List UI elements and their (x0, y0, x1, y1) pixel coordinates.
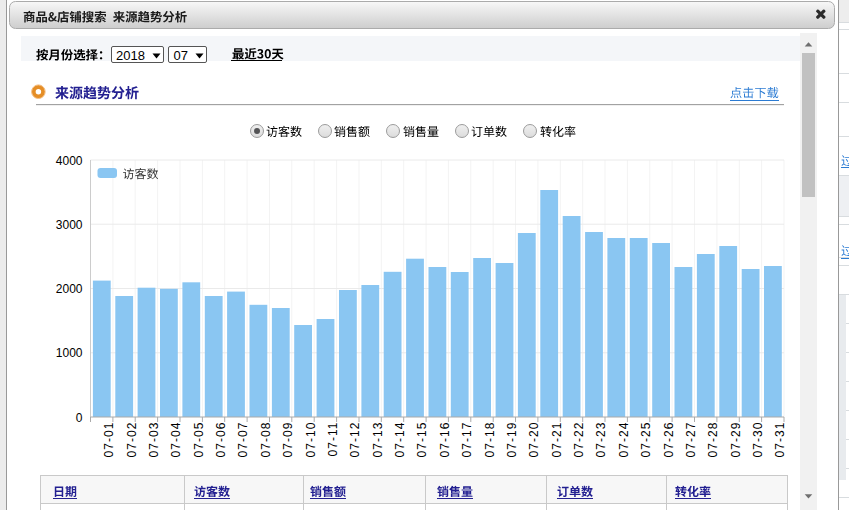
svg-text:07-31: 07-31 (773, 422, 787, 458)
svg-text:07-17: 07-17 (460, 422, 474, 458)
svg-text:07-13: 07-13 (371, 422, 385, 458)
svg-text:07-30: 07-30 (751, 422, 765, 458)
svg-text:2000: 2000 (56, 282, 83, 296)
svg-text:07-23: 07-23 (594, 422, 608, 458)
svg-text:07-16: 07-16 (438, 422, 452, 458)
svg-text:07-09: 07-09 (281, 422, 295, 458)
svg-text:07-15: 07-15 (415, 422, 429, 458)
svg-text:07-22: 07-22 (572, 422, 586, 458)
svg-text:07-01: 07-01 (102, 422, 116, 458)
svg-text:07-21: 07-21 (550, 422, 564, 458)
svg-text:07-07: 07-07 (236, 422, 250, 458)
svg-text:07-18: 07-18 (483, 422, 497, 458)
svg-text:07-02: 07-02 (125, 422, 139, 458)
svg-text:1000: 1000 (56, 346, 83, 360)
svg-text:07-03: 07-03 (147, 422, 161, 458)
svg-text:07-27: 07-27 (684, 422, 698, 458)
svg-text:07-20: 07-20 (527, 422, 541, 458)
svg-text:07-19: 07-19 (505, 422, 519, 458)
svg-text:07-24: 07-24 (617, 422, 631, 458)
svg-text:07-04: 07-04 (169, 422, 183, 458)
svg-text:07-08: 07-08 (259, 422, 273, 458)
svg-text:4000: 4000 (56, 154, 83, 168)
svg-text:07-25: 07-25 (639, 422, 653, 458)
svg-text:07-29: 07-29 (729, 422, 743, 458)
svg-text:07-06: 07-06 (214, 422, 228, 458)
svg-text:3000: 3000 (56, 218, 83, 232)
svg-text:07-10: 07-10 (304, 422, 318, 458)
svg-text:07-14: 07-14 (393, 422, 407, 458)
svg-text:07-12: 07-12 (348, 422, 362, 458)
svg-text:07-28: 07-28 (706, 422, 720, 458)
svg-text:07-05: 07-05 (192, 422, 206, 458)
svg-text:0: 0 (76, 411, 83, 425)
svg-text:07-26: 07-26 (662, 422, 676, 458)
svg-text:07-11: 07-11 (326, 422, 340, 457)
